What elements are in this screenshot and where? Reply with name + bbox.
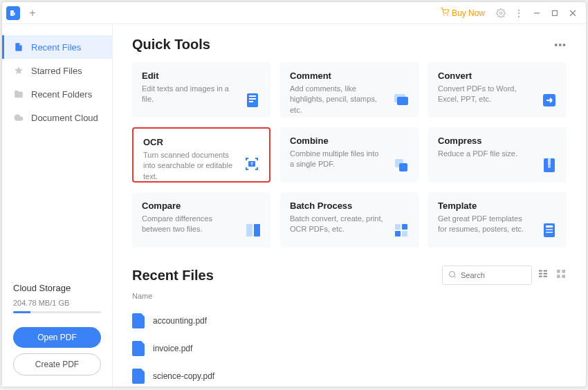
tool-comment[interactable]: Comment Add comments, like highlights, p… — [280, 62, 419, 118]
svg-rect-25 — [254, 224, 260, 236]
search-icon — [448, 269, 457, 281]
grid-view-icon[interactable] — [555, 268, 567, 282]
titlebar: + Buy Now ⋮ — [2, 2, 586, 24]
tool-title: OCR — [143, 137, 259, 147]
svg-rect-31 — [546, 225, 553, 228]
compress-icon — [540, 156, 558, 174]
svg-rect-13 — [249, 101, 253, 102]
tool-title: Template — [438, 201, 557, 211]
sidebar-item-recent-files[interactable]: Recent Files — [2, 35, 112, 59]
svg-point-34 — [450, 272, 455, 277]
app-logo-icon — [6, 6, 20, 20]
svg-rect-28 — [395, 231, 401, 236]
tool-batch-process[interactable]: Batch Process Batch convert, create, pri… — [280, 192, 419, 248]
tool-combine[interactable]: Combine Combine multiple files into a si… — [280, 127, 419, 183]
tool-convert[interactable]: Convert Convert PDFs to Word, Excel, PPT… — [428, 62, 567, 118]
tool-desc: Combine multiple files into a single PDF… — [290, 149, 409, 170]
tool-title: Convert — [438, 71, 557, 81]
tool-title: Compress — [438, 136, 557, 146]
storage-progress — [13, 311, 101, 313]
tool-desc: Reduce a PDF file size. — [438, 149, 557, 159]
pdf-file-icon — [132, 369, 145, 384]
svg-point-23 — [548, 165, 551, 168]
list-view-icon[interactable] — [538, 268, 549, 282]
convert-icon — [540, 91, 558, 109]
buy-now-label: Buy Now — [452, 8, 485, 18]
search-input[interactable] — [461, 271, 523, 279]
tool-desc: Add comments, like highlights, pencil, s… — [290, 84, 409, 115]
file-name: invoice.pdf — [153, 344, 192, 353]
create-pdf-button[interactable]: Create PDF — [13, 353, 101, 375]
tool-desc: Convert PDFs to Word, Excel, PPT, etc. — [438, 84, 557, 105]
svg-rect-22 — [548, 158, 551, 165]
file-row[interactable]: science-copy.pdf — [132, 362, 567, 387]
tool-edit[interactable]: Edit Edit texts and images in a file. — [132, 62, 270, 118]
pdf-file-icon — [132, 341, 145, 356]
more-menu-icon[interactable]: ••• — [554, 39, 567, 50]
svg-point-4 — [499, 12, 502, 15]
svg-rect-24 — [246, 224, 252, 236]
tool-title: Combine — [290, 136, 409, 146]
svg-rect-1 — [12, 12, 15, 15]
svg-rect-33 — [546, 232, 553, 233]
sidebar-item-recent-folders[interactable]: Recent Folders — [2, 82, 112, 106]
file-row[interactable]: invoice.pdf — [132, 335, 567, 362]
open-pdf-button[interactable]: Open PDF — [13, 327, 101, 348]
sidebar-item-label: Starred Files — [31, 66, 82, 76]
search-box[interactable] — [442, 266, 532, 285]
svg-rect-40 — [544, 273, 547, 275]
svg-rect-44 — [557, 275, 560, 278]
tool-title: Comment — [290, 71, 409, 81]
svg-rect-39 — [544, 270, 547, 272]
settings-gear-icon[interactable] — [492, 4, 510, 22]
ocr-icon: T — [243, 155, 261, 173]
tool-title: Batch Process — [290, 201, 409, 211]
file-row[interactable]: accounting.pdf — [132, 307, 567, 335]
tool-desc: Compare differences between two files. — [142, 214, 261, 235]
pdf-file-icon — [132, 313, 145, 328]
maximize-button[interactable] — [546, 4, 564, 22]
svg-point-2 — [443, 15, 444, 15]
sidebar-item-label: Recent Files — [31, 42, 81, 53]
svg-rect-38 — [539, 276, 542, 277]
svg-rect-6 — [553, 10, 558, 15]
kebab-menu-icon[interactable]: ⋮ — [510, 4, 528, 22]
tool-desc: Turn scanned documents into searchable o… — [143, 150, 259, 182]
minimize-button[interactable] — [528, 4, 546, 22]
storage-value: 204.78 MB/1 GB — [13, 299, 101, 307]
svg-rect-42 — [557, 270, 560, 273]
tool-template[interactable]: Template Get great PDF templates for res… — [428, 192, 567, 248]
tool-desc: Get great PDF templates for resumes, pos… — [438, 214, 557, 235]
edit-icon — [244, 91, 262, 109]
sidebar-item-label: Recent Folders — [31, 89, 92, 100]
tool-desc: Edit texts and images in a file. — [142, 84, 261, 105]
tool-title: Edit — [142, 71, 261, 81]
tool-title: Compare — [142, 201, 261, 211]
sidebar-item-starred-files[interactable]: Starred Files — [2, 59, 112, 82]
cart-icon — [441, 8, 449, 18]
close-button[interactable] — [564, 4, 582, 22]
quick-tools-title: Quick Tools — [132, 37, 554, 53]
svg-rect-45 — [562, 275, 565, 278]
storage-label: Cloud Storage — [13, 283, 101, 293]
svg-rect-12 — [249, 98, 256, 100]
tool-compress[interactable]: Compress Reduce a PDF file size. — [428, 127, 567, 183]
recent-files-title: Recent Files — [132, 268, 437, 284]
file-icon — [13, 41, 24, 53]
sidebar: Recent Files Starred Files Recent Folder… — [2, 24, 113, 387]
tool-ocr[interactable]: OCR Turn scanned documents into searchab… — [132, 127, 270, 183]
svg-rect-41 — [544, 276, 547, 277]
compare-icon — [244, 221, 262, 239]
tool-compare[interactable]: Compare Compare differences between two … — [132, 192, 270, 248]
buy-now-link[interactable]: Buy Now — [441, 8, 485, 18]
comment-icon — [392, 91, 410, 109]
sidebar-item-document-cloud[interactable]: Document Cloud — [2, 106, 112, 129]
column-header-name: Name — [132, 292, 567, 300]
svg-rect-36 — [539, 270, 542, 272]
svg-rect-20 — [399, 163, 407, 171]
svg-marker-9 — [15, 66, 23, 74]
svg-rect-29 — [402, 231, 407, 236]
file-name: accounting.pdf — [153, 316, 207, 326]
new-tab-button[interactable]: + — [26, 6, 39, 20]
cloud-storage: Cloud Storage 204.78 MB/1 GB — [2, 275, 112, 322]
